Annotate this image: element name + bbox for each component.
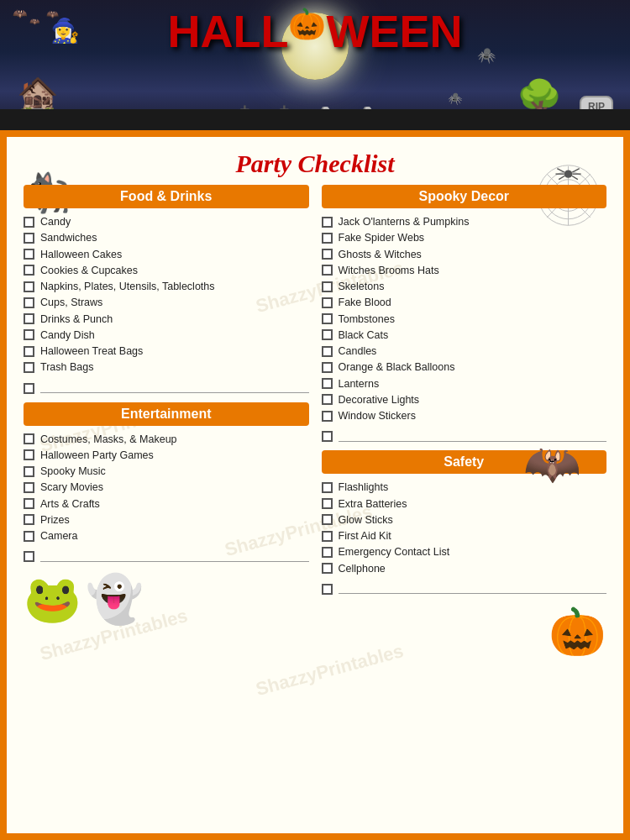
- checkbox[interactable]: [322, 329, 333, 340]
- checkbox[interactable]: [24, 466, 34, 477]
- bat-decoration-3: 🦇: [46, 8, 59, 20]
- list-item: Trash Bags: [24, 360, 309, 374]
- checkbox[interactable]: [322, 547, 333, 558]
- checkbox[interactable]: [322, 265, 333, 276]
- checkbox[interactable]: [24, 346, 34, 357]
- checkbox[interactable]: [322, 346, 333, 357]
- checkbox[interactable]: [322, 411, 333, 422]
- orange-frame: ShazzyPrintables ShazzyPrintables Shazzy…: [0, 130, 630, 840]
- spooky-decor-header: Spooky Decor: [322, 185, 607, 208]
- list-item: Orange & Black Balloons: [322, 360, 607, 374]
- banner-pumpkin: 🎃: [288, 7, 326, 42]
- list-item: Ghosts & Witches: [322, 248, 607, 261]
- checkbox[interactable]: [322, 482, 333, 493]
- list-item: Halloween Party Games: [24, 449, 309, 462]
- checkbox[interactable]: [322, 313, 333, 324]
- checkbox[interactable]: [322, 233, 333, 244]
- checkbox[interactable]: [322, 563, 333, 574]
- checkbox[interactable]: [24, 281, 34, 292]
- list-item: Camera: [24, 529, 309, 543]
- list-item: Decorative Lights: [322, 393, 607, 407]
- bottom-right-decorations: 🎃: [322, 605, 607, 659]
- left-column: Food & Drinks Candy Sandwiches Halloween…: [24, 185, 309, 659]
- list-item: Candy: [24, 215, 309, 228]
- blank-line-entertainment: [24, 551, 309, 562]
- content-area: ShazzyPrintables ShazzyPrintables Shazzy…: [7, 137, 623, 833]
- blank-underline: [339, 584, 607, 594]
- list-item: Drinks & Punch: [24, 312, 309, 326]
- banner-ground: [0, 109, 630, 130]
- banner-title-wrapper: HALL 🎃 WEEN: [168, 8, 463, 54]
- haunted-house: 🏚️: [17, 74, 59, 113]
- entertainment-section: Entertainment Costumes, Masks, & Makeup …: [24, 402, 309, 563]
- checkbox[interactable]: [24, 265, 34, 276]
- checkbox[interactable]: [24, 383, 34, 394]
- checkbox[interactable]: [24, 313, 34, 324]
- yellow-spider: 🕷️: [477, 46, 496, 65]
- frog-icon: 🐸: [24, 572, 81, 627]
- checkbox[interactable]: [322, 297, 333, 308]
- bat-decoration-1: 🦇: [13, 7, 27, 20]
- food-drinks-header: Food & Drinks: [24, 185, 309, 208]
- blank-underline: [40, 552, 309, 562]
- checkbox[interactable]: [322, 281, 333, 292]
- list-item: Lanterns: [322, 377, 607, 391]
- list-item: Jack O'lanterns & Pumpkins: [322, 215, 607, 228]
- checklist-columns: Food & Drinks Candy Sandwiches Halloween…: [24, 185, 606, 659]
- bat-decoration-2: 🦇: [29, 17, 39, 26]
- list-item: Window Stickers: [322, 409, 607, 423]
- pumpkin-bottom-icon: 🎃: [549, 605, 606, 659]
- page-title: Party Checklist: [24, 150, 606, 178]
- checkbox[interactable]: [24, 329, 34, 340]
- list-item: Skeletons: [322, 280, 607, 293]
- checkbox[interactable]: [322, 394, 333, 405]
- halloween-banner: HALL 🎃 WEEN 🧙‍♀️ 🦇 🦇 🦇 🏚️ ✝ ✝ 🪦 🪦 RIP 🌳 …: [0, 0, 630, 130]
- checkbox[interactable]: [24, 297, 34, 308]
- food-drinks-list: Candy Sandwiches Halloween Cakes Cookies…: [24, 215, 309, 375]
- checkbox[interactable]: [24, 217, 34, 228]
- checkbox[interactable]: [322, 362, 333, 373]
- witch-decoration: 🧙‍♀️: [50, 17, 80, 45]
- checkbox[interactable]: [24, 482, 34, 493]
- checkbox[interactable]: [24, 498, 34, 509]
- list-item: Cookies & Cupcakes: [24, 264, 309, 277]
- checkbox[interactable]: [24, 514, 34, 525]
- checkbox[interactable]: [322, 498, 333, 509]
- checkbox[interactable]: [322, 378, 333, 389]
- list-item: Fake Spider Webs: [322, 231, 607, 244]
- checkbox[interactable]: [24, 362, 34, 373]
- list-item: Glow Sticks: [322, 513, 607, 527]
- checkbox[interactable]: [322, 431, 333, 442]
- list-item: Napkins, Plates, Utensils, Tablecloths: [24, 280, 309, 293]
- checkbox[interactable]: [24, 249, 34, 260]
- list-item: Extra Batteries: [322, 497, 607, 511]
- entertainment-list: Costumes, Masks, & Makeup Halloween Part…: [24, 433, 309, 543]
- checkbox[interactable]: [322, 584, 333, 595]
- blank-line-safety: [322, 584, 607, 595]
- list-item: Scary Movies: [24, 480, 309, 494]
- checkbox[interactable]: [24, 233, 34, 244]
- checkbox[interactable]: [24, 531, 34, 542]
- banner-title-right: WEEN: [326, 8, 462, 54]
- list-item: Sandwiches: [24, 231, 309, 244]
- checkbox[interactable]: [322, 514, 333, 525]
- checkbox[interactable]: [24, 551, 34, 562]
- list-item: Halloween Cakes: [24, 248, 309, 261]
- checkbox[interactable]: [322, 249, 333, 260]
- list-item: Emergency Contact List: [322, 545, 607, 559]
- checkbox[interactable]: [322, 217, 333, 228]
- list-item: Black Cats: [322, 328, 607, 342]
- checkbox[interactable]: [24, 449, 34, 460]
- list-item: Spooky Music: [24, 465, 309, 478]
- bottom-left-decorations: 🐸 👻: [24, 572, 309, 627]
- list-item: Costumes, Masks, & Makeup: [24, 433, 309, 446]
- list-item: Tombstones: [322, 312, 607, 326]
- checkbox[interactable]: [24, 433, 34, 444]
- list-item: First Aid Kit: [322, 529, 607, 543]
- checkbox[interactable]: [322, 531, 333, 542]
- list-item: Halloween Treat Bags: [24, 344, 309, 358]
- list-item: Candy Dish: [24, 328, 309, 342]
- right-column: Spooky Decor Jack O'lanterns & Pumpkins …: [322, 185, 607, 659]
- list-item: Fake Blood: [322, 296, 607, 309]
- list-item: Arts & Crafts: [24, 497, 309, 511]
